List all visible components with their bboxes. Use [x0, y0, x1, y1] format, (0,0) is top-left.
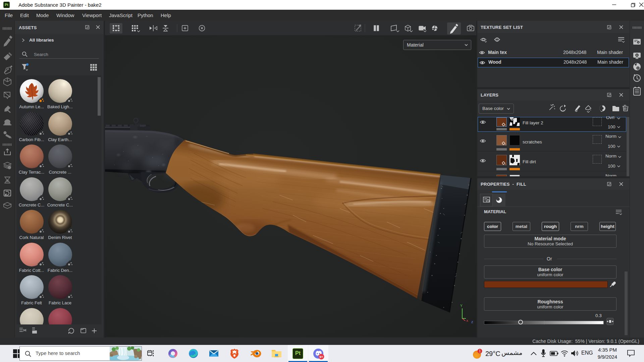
svg-text:1: 1 — [496, 38, 498, 42]
svg-text:Z: Z — [471, 320, 473, 324]
svg-text:1: 1 — [479, 349, 481, 353]
svg-text:Y: Y — [460, 304, 463, 308]
svg-text:9+: 9+ — [320, 355, 323, 359]
svg-text:X: X — [466, 319, 468, 322]
